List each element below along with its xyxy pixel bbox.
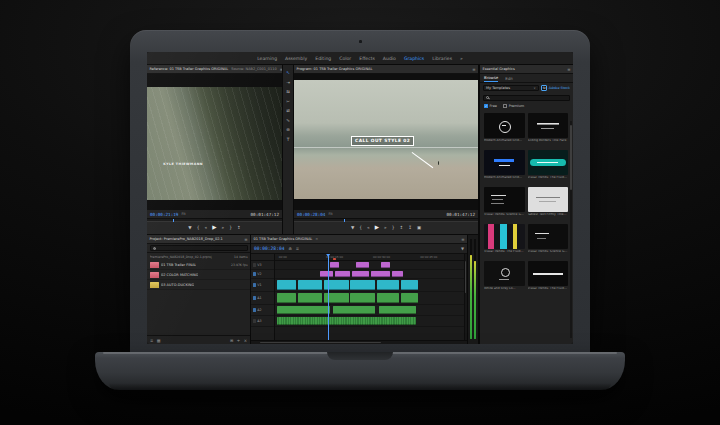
template-thumbnail[interactable] (528, 261, 569, 286)
workspace-tab-graphics[interactable]: Graphics (404, 56, 424, 61)
add-marker-button[interactable]: ▼ (351, 226, 354, 230)
track-target-toggle[interactable] (253, 296, 256, 299)
video-clip[interactable] (350, 280, 375, 290)
graphics-clip[interactable] (352, 271, 369, 277)
track-target-toggle[interactable] (253, 283, 256, 286)
audio-clip[interactable] (277, 306, 330, 314)
audio-clip[interactable] (298, 293, 323, 303)
timeline-settings-icon[interactable]: ≣ (296, 246, 299, 251)
workspace-tab-effects[interactable]: Effects (359, 56, 375, 61)
program-current-timecode[interactable]: 00:00:28:04 (297, 212, 325, 217)
program-playhead[interactable] (344, 219, 345, 222)
panel-menu-icon[interactable]: ≡ (461, 237, 464, 242)
track-header-a3[interactable]: A3 (251, 316, 274, 327)
workspace-tab-assembly[interactable]: Assembly (285, 56, 307, 61)
graphics-clip[interactable] (381, 262, 390, 268)
template-card[interactable]: Visual Trends: The Fluid... (484, 224, 525, 258)
template-thumbnail[interactable] (528, 113, 569, 138)
mark-in-button[interactable]: { (359, 226, 362, 230)
panel-menu-icon[interactable]: ≡ (244, 237, 247, 242)
template-card[interactable]: Visual Trends: Silence &... (484, 187, 525, 221)
template-thumbnail[interactable] (484, 150, 525, 175)
razor-tool[interactable]: ✂ (286, 99, 290, 104)
pen-tool[interactable]: ✎ (286, 118, 290, 123)
sequence-marker[interactable] (333, 258, 335, 260)
delete-icon[interactable]: × (244, 338, 247, 343)
source-zoom-select[interactable]: Fit (181, 212, 185, 216)
step-forward-button[interactable]: » (384, 226, 387, 230)
track-a3[interactable] (275, 316, 464, 327)
panel-menu-icon[interactable]: ≡ (472, 67, 475, 72)
template-card[interactable]: Tables! Text Firmly Title... (528, 187, 569, 221)
workspace-tab-color[interactable]: Color (339, 56, 351, 61)
timeline-vertical-scrollbar[interactable] (464, 254, 468, 340)
track-target-toggle[interactable] (253, 319, 256, 322)
insert-button[interactable]: ↥ (237, 226, 241, 230)
templates-scrollbar[interactable] (570, 121, 572, 338)
template-thumbnail[interactable] (528, 187, 569, 212)
template-thumbnail[interactable] (528, 150, 569, 175)
track-header-v2[interactable]: V2 (251, 270, 274, 279)
filter-premium[interactable]: Premium (503, 104, 524, 108)
source-scrub-bar[interactable] (147, 218, 282, 222)
workspace-overflow-icon[interactable]: » (460, 56, 463, 61)
project-search-input[interactable] (150, 245, 248, 251)
program-zoom-select[interactable]: Fit (328, 212, 332, 216)
audio-clip[interactable] (401, 293, 418, 303)
tab-sequence[interactable]: 01 TSB Trailer Graphics ORIGINAL (254, 237, 313, 241)
workspace-tab-learning[interactable]: Learning (257, 56, 277, 61)
list-view-icon[interactable]: ≣ (150, 338, 153, 343)
filter-free[interactable]: ✓ Free (484, 104, 497, 108)
timeline-tracks-area[interactable]: 00:00 00:00:15:00 00:00:30:00 00:00:45:0… (275, 254, 464, 340)
track-header-a1[interactable]: A1 (251, 292, 274, 305)
track-v3[interactable] (275, 261, 464, 270)
play-button[interactable]: ▶ (212, 225, 216, 231)
checkbox-icon[interactable] (503, 104, 507, 108)
track-select-forward-tool[interactable]: ⇥ (286, 80, 290, 85)
template-card[interactable]: White and Grey Lo... (484, 261, 525, 295)
mark-out-button[interactable]: } (392, 226, 395, 230)
timeline-ruler[interactable]: 00:00 00:00:15:00 00:00:30:00 00:00:45:0… (275, 254, 464, 261)
panel-menu-icon[interactable]: ≡ (567, 67, 570, 72)
video-clip[interactable] (277, 280, 296, 290)
checkbox-checked-icon[interactable]: ✓ (484, 104, 488, 108)
timeline-playhead[interactable] (328, 254, 329, 340)
project-item-row[interactable]: 01 TSB Trailer FINAL 23.976 fps (147, 260, 250, 270)
extract-button[interactable]: ↧ (408, 226, 412, 230)
graphics-clip[interactable] (335, 271, 350, 277)
step-back-button[interactable]: « (205, 226, 208, 230)
panel-menu-icon[interactable]: ≡ (280, 67, 282, 72)
new-item-icon[interactable]: + (237, 338, 240, 343)
workspace-tab-editing[interactable]: Editing (315, 56, 331, 61)
source-playhead[interactable] (173, 219, 174, 222)
tab-program-monitor[interactable]: Program: 01 TSB Trailer Graphics ORIGINA… (297, 67, 373, 71)
track-target-toggle[interactable] (253, 272, 256, 275)
graphics-clip[interactable] (392, 271, 403, 277)
track-v1[interactable] (275, 279, 464, 292)
project-item-row[interactable]: 02 COLOR MATCHING (147, 270, 250, 280)
track-v2[interactable] (275, 270, 464, 279)
track-header-v1[interactable]: V1 (251, 279, 274, 292)
track-header-v3[interactable]: V3 (251, 261, 274, 270)
template-card[interactable]: Modern Animated Grid... (484, 150, 525, 184)
tab-browse[interactable]: Browse (484, 75, 498, 82)
template-card[interactable]: Visual Trends: The Fluid... (528, 261, 569, 295)
tab-project[interactable]: Project: PremierePro_NAB2018_Drop_02.1 (150, 237, 223, 241)
workspace-tab-audio[interactable]: Audio (383, 56, 396, 61)
template-card[interactable]: Visual Trends: The Fluid... (528, 150, 569, 184)
template-card[interactable]: Sliding Borders Title Pack (528, 113, 569, 147)
graphics-clip[interactable] (356, 262, 369, 268)
video-clip[interactable] (298, 280, 323, 290)
workspace-tab-libraries[interactable]: Libraries (432, 56, 452, 61)
audio-clip[interactable] (377, 293, 400, 303)
track-target-toggle[interactable] (253, 308, 256, 311)
snap-toggle-icon[interactable]: ⋒ (288, 246, 291, 251)
add-marker-button[interactable]: ▼ (188, 226, 191, 230)
template-thumbnail[interactable] (484, 187, 525, 212)
play-button[interactable]: ▶ (375, 225, 379, 231)
tab-edit[interactable]: Edit (505, 76, 513, 81)
audio-clip[interactable] (333, 306, 374, 314)
close-sequence-icon[interactable]: × (315, 237, 318, 241)
slip-tool[interactable]: ⇄ (286, 108, 290, 113)
icon-view-icon[interactable]: ▦ (157, 338, 161, 343)
